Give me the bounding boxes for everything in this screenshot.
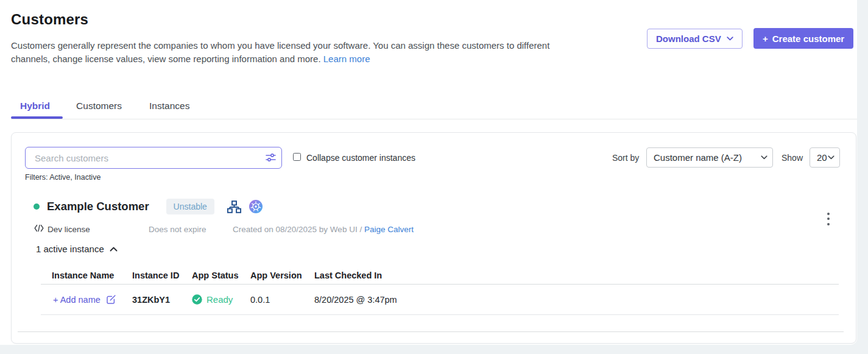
app-status: Ready (192, 294, 250, 305)
license-type: Dev license (34, 224, 90, 235)
add-name-link[interactable]: + Add name (53, 295, 101, 305)
customers-list-card: Collapse customer instances Sort by Cust… (11, 132, 856, 344)
customer-header-row: Example Customer Unstable (34, 196, 263, 218)
tab-hybrid[interactable]: Hybrid (11, 101, 59, 112)
instances-toggle[interactable]: 1 active instance (36, 243, 118, 255)
sitemap-icon (227, 200, 241, 213)
page-title: Customers (11, 11, 88, 28)
col-last-checked-in: Last Checked In (314, 271, 839, 280)
filter-sliders-icon[interactable] (265, 152, 277, 163)
learn-more-link[interactable]: Learn more (323, 54, 370, 64)
app-version: 0.0.1 (250, 295, 314, 305)
sort-by-label: Sort by (612, 153, 639, 163)
show-count-select[interactable]: 20 (810, 147, 840, 168)
download-csv-label: Download CSV (656, 34, 721, 44)
edit-icon[interactable] (106, 294, 116, 305)
show-select-wrap: 20 (810, 147, 840, 168)
plus-icon: + (763, 34, 768, 44)
instance-id: 31ZKbY1 (132, 295, 192, 305)
create-customer-label: Create customer (772, 34, 844, 44)
customer-section-divider (18, 331, 844, 332)
page-description-text: Customers generally represent the compan… (11, 40, 549, 64)
search-input[interactable] (25, 147, 282, 169)
sort-select[interactable]: Customer name (A-Z) (646, 147, 773, 168)
kubernetes-icon (249, 200, 263, 213)
last-checked-in: 8/20/2025 @ 3:47pm (314, 295, 839, 305)
show-label: Show (782, 153, 803, 163)
sort-select-wrap: Customer name (A-Z) (646, 147, 773, 168)
tab-bar: Hybrid Customers Instances (11, 95, 189, 117)
col-instance-name: Instance Name (41, 271, 132, 280)
create-customer-button[interactable]: + Create customer (753, 28, 853, 49)
active-tab-underline (11, 116, 63, 119)
code-icon (34, 224, 44, 234)
created-by-link[interactable]: Paige Calvert (364, 225, 414, 234)
instances-table-header: Instance Name Instance ID App Status App… (41, 267, 839, 285)
license-expiration: Does not expire (149, 225, 206, 234)
chevron-down-icon (727, 37, 733, 41)
active-filters-note: Filters: Active, Inactive (25, 173, 101, 182)
instances-summary: 1 active instance (36, 244, 104, 254)
tab-customers[interactable]: Customers (76, 101, 122, 112)
page-description: Customers generally represent the compan… (11, 39, 587, 66)
channel-badge: Unstable (166, 199, 214, 214)
check-circle-icon (192, 294, 202, 305)
tab-instances[interactable]: Instances (149, 101, 189, 112)
collapse-instances-checkbox[interactable] (293, 153, 301, 161)
app-status-label: Ready (206, 294, 233, 305)
tab-bar-divider (11, 119, 857, 119)
download-csv-button[interactable]: Download CSV (647, 29, 743, 49)
active-status-dot (34, 204, 40, 210)
customer-actions-menu[interactable] (824, 208, 833, 229)
instance-row: + Add name 31ZKbY1 (41, 285, 839, 315)
customer-name[interactable]: Example Customer (47, 200, 149, 213)
main-content-panel: Customers Customers generally represent … (0, 0, 857, 345)
instances-table: Instance Name Instance ID App Status App… (41, 267, 839, 315)
col-instance-id: Instance ID (132, 271, 192, 280)
collapse-instances-label[interactable]: Collapse customer instances (306, 153, 415, 163)
col-app-status: App Status (192, 271, 250, 280)
license-type-label: Dev license (48, 225, 90, 234)
license-created: Created on 08/20/2025 by Web UI / Paige … (233, 225, 414, 234)
chevron-up-icon (110, 247, 118, 252)
created-text: Created on 08/20/2025 by Web UI / (233, 225, 364, 234)
col-app-version: App Version (250, 271, 314, 280)
